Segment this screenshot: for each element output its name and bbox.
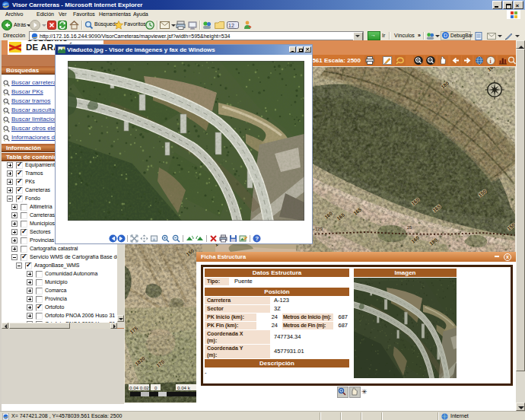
svg-text:25: 25 — [407, 225, 412, 230]
svg-text:12: 12 — [228, 23, 234, 28]
svg-text:?: ? — [255, 235, 259, 242]
svg-text:0.04 0.02: 0.04 0.02 — [129, 385, 149, 390]
svg-text:0.04 k: 0.04 k — [177, 385, 191, 390]
svg-text:0: 0 — [154, 385, 158, 390]
